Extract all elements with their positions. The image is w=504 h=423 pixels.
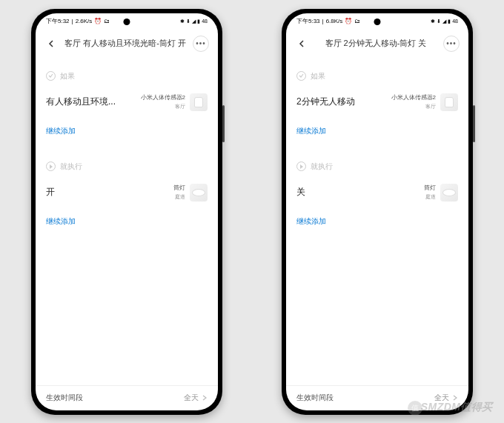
if-section-label: 如果 (296, 71, 458, 81)
if-section-label: 如果 (46, 71, 208, 81)
action-title: 关 (296, 186, 305, 199)
more-button[interactable]: ••• (193, 36, 209, 52)
action-room: 庭道 (173, 193, 185, 201)
chevron-right-icon (202, 395, 208, 401)
back-button[interactable] (295, 37, 308, 50)
phone-right: 下午5:33 | 6.8K/s ⏰ 🗂 ✱ ⬇ ◢ ▮ 48 客厅 2分钟无人移… (282, 9, 473, 415)
condition-title: 有人移动且环境... (46, 96, 116, 108)
action-row[interactable]: 关 筒灯 庭道 (296, 181, 458, 210)
back-button[interactable] (44, 37, 58, 50)
condition-title: 2分钟无人移动 (296, 96, 355, 108)
then-icon (46, 161, 56, 171)
phone-left: 下午5:32 | 2.6K/s ⏰ 🗂 ✱ ⬇ ◢ ▮ 48 客厅 有人移动且环… (31, 9, 222, 415)
then-icon (296, 161, 306, 171)
action-device: 筒灯 (424, 184, 436, 192)
if-icon (296, 71, 306, 81)
status-right: ✱ ⬇ ◢ ▮ 48 (431, 19, 458, 24)
footer-value: 全天 (184, 393, 199, 403)
condition-device: 小米人体传感器2 (391, 93, 436, 101)
footer-bar[interactable]: 生效时间段 全天 (36, 385, 218, 410)
condition-room: 客厅 (141, 103, 185, 110)
add-action-link[interactable]: 继续添加 (46, 210, 208, 230)
page-title: 客厅 2分钟无人移动-筒灯 关 (314, 38, 437, 49)
condition-row[interactable]: 有人移动且环境... 小米人体传感器2 客厅 (46, 90, 208, 120)
sensor-icon (190, 93, 208, 111)
add-condition-link[interactable]: 继续添加 (296, 120, 458, 139)
condition-device: 小米人体传感器2 (141, 93, 185, 101)
then-section-label: 就执行 (296, 161, 458, 172)
add-condition-link[interactable]: 继续添加 (46, 120, 208, 139)
lamp-icon (190, 184, 208, 201)
status-icons: ⏰ 🗂 (345, 18, 359, 24)
condition-room: 客厅 (391, 103, 436, 110)
content-area: 如果 有人移动且环境... 小米人体传感器2 客厅 继续添加 就执行 开 (36, 58, 218, 385)
camera-hole (124, 19, 130, 25)
more-button[interactable]: ••• (443, 36, 460, 52)
condition-row[interactable]: 2分钟无人移动 小米人体传感器2 客厅 (296, 90, 458, 120)
sensor-icon (440, 93, 458, 111)
action-device: 筒灯 (173, 184, 185, 192)
status-net: 6.8K/s (326, 18, 343, 24)
page-header: 客厅 2分钟无人移动-筒灯 关 ••• (286, 30, 468, 58)
lamp-icon (440, 184, 458, 201)
then-section-label: 就执行 (46, 161, 208, 172)
status-right: ✱ ⬇ ◢ ▮ 48 (180, 19, 208, 24)
status-time: 下午5:33 (296, 17, 320, 25)
add-action-link[interactable]: 继续添加 (296, 210, 458, 230)
footer-label: 生效时间段 (46, 393, 83, 403)
if-icon (46, 71, 56, 81)
status-icons: ⏰ 🗂 (94, 18, 109, 24)
footer-value: 全天 (434, 393, 449, 403)
footer-label: 生效时间段 (296, 393, 334, 403)
content-area: 如果 2分钟无人移动 小米人体传感器2 客厅 继续添加 就执行 关 (286, 58, 468, 385)
action-title: 开 (46, 186, 55, 199)
status-net: 2.6K/s (76, 18, 93, 24)
footer-bar[interactable]: 生效时间段 全天 (286, 385, 468, 410)
camera-hole (374, 19, 381, 25)
chevron-right-icon (452, 395, 458, 401)
status-time: 下午5:32 (46, 17, 70, 25)
page-header: 客厅 有人移动且环境光暗-筒灯 开 ••• (36, 30, 218, 58)
action-row[interactable]: 开 筒灯 庭道 (46, 181, 208, 210)
action-room: 庭道 (424, 193, 436, 201)
page-title: 客厅 有人移动且环境光暗-筒灯 开 (64, 38, 187, 49)
